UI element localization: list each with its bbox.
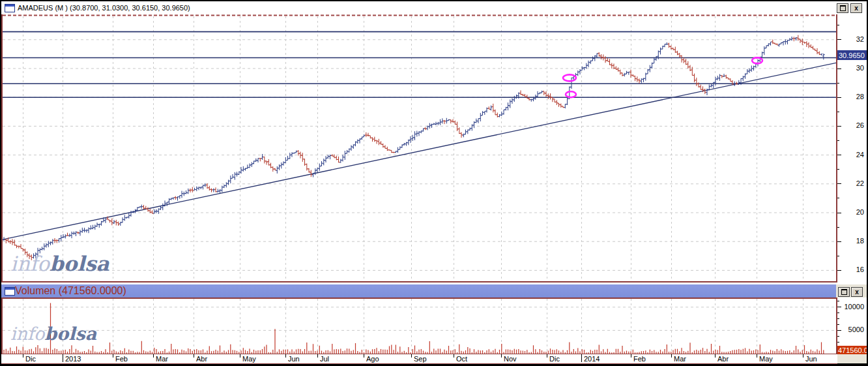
maximize-button[interactable]: [838, 287, 850, 297]
price-axis-minor-tick: [837, 112, 839, 112]
price-axis-label: 32: [856, 35, 864, 43]
price-chart-canvas[interactable]: [3, 14, 836, 281]
volume-panel-title: Volumen (471560.0000): [15, 285, 126, 297]
price-axis-major-tick: [837, 155, 841, 155]
window-icon-bar: [5, 5, 14, 7]
time-axis-month-tick: [285, 354, 286, 358]
time-axis-month-tick: [757, 354, 757, 358]
price-axis-major-tick: [837, 97, 841, 98]
price-axis: 32302826242220181630.9650: [837, 14, 867, 282]
volume-axis-label: 5000: [848, 326, 864, 333]
time-axis-month-tick: [715, 354, 716, 358]
time-axis-label: Jun: [805, 355, 817, 363]
price-axis-major-tick: [837, 69, 841, 69]
time-axis-month-tick: [317, 354, 318, 358]
time-axis-month-tick: [671, 354, 672, 358]
time-axis-year-tick: [581, 354, 582, 362]
volume-axis-label: 10000: [844, 303, 864, 311]
volume-axis-minor-tick: [837, 313, 839, 313]
price-axis-major-tick: [837, 241, 841, 242]
time-axis-label: Ago: [366, 355, 379, 363]
time-axis-month-tick: [153, 354, 154, 358]
price-axis-major-tick: [837, 39, 841, 40]
price-axis-major-tick: [837, 213, 841, 213]
time-axis-month-tick: [364, 354, 364, 358]
volume-axis: 500010000471560.00: [837, 297, 867, 354]
time-axis-label: Nov: [504, 355, 517, 363]
last-price-tag: 30.9650: [837, 50, 867, 60]
volume-axis-minor-tick: [837, 301, 839, 301]
close-icon: x: [854, 5, 858, 12]
price-axis-minor-tick: [837, 25, 839, 25]
close-button[interactable]: x: [850, 3, 862, 13]
time-axis-label: Jul: [320, 355, 329, 363]
price-axis-label: 30: [856, 64, 864, 72]
chart-application-window: AMADEUS (M ) (30.8700, 31.0300, 30.6150,…: [0, 0, 868, 366]
time-axis-label: Dic: [25, 355, 36, 363]
time-axis-label: 2013: [65, 355, 81, 363]
time-axis-label: Abr: [196, 355, 207, 363]
price-axis-minor-tick: [837, 83, 839, 84]
price-axis-minor-tick: [837, 256, 839, 256]
price-axis-label: 28: [856, 93, 864, 100]
time-axis-month-tick: [240, 354, 240, 358]
volume-titlebar-corner: x: [836, 284, 867, 297]
window-icon[interactable]: [5, 287, 15, 296]
last-volume-tag: 471560.00: [837, 346, 867, 354]
window-icon-bar: [5, 288, 14, 290]
time-axis-label: Sep: [414, 355, 427, 363]
time-axis-label: Dic: [549, 355, 560, 363]
maximize-icon: [840, 5, 846, 11]
price-axis-major-tick: [837, 126, 841, 127]
time-axis-month-tick: [411, 354, 412, 358]
price-axis-label: 16: [856, 266, 864, 273]
price-axis-label: 18: [856, 237, 864, 245]
volume-axis-minor-tick: [837, 336, 839, 337]
time-axis-month-tick: [454, 354, 454, 358]
price-axis-label: 24: [856, 151, 864, 159]
time-axis-month-tick: [547, 354, 547, 358]
time-axis-label: Feb: [633, 355, 646, 363]
price-axis-label: 22: [856, 179, 864, 187]
time-axis-month-tick: [194, 354, 194, 358]
volume-axis-minor-tick: [837, 342, 839, 343]
price-axis-minor-tick: [837, 198, 839, 198]
time-axis: Dic2013FebMarAbrMayJunJulAgoSepOctNovDic…: [1, 354, 837, 364]
price-plot-area[interactable]: infobolsa: [1, 14, 837, 282]
time-axis-label: 2014: [584, 355, 600, 363]
time-axis-month-tick: [23, 354, 23, 358]
time-axis-label: Oct: [456, 355, 467, 363]
volume-chart-canvas[interactable]: [3, 299, 836, 354]
price-panel-titlebar[interactable]: AMADEUS (M ) (30.8700, 31.0300, 30.6150,…: [1, 1, 867, 14]
price-axis-minor-tick: [837, 140, 839, 141]
price-axis-major-tick: [837, 183, 841, 184]
time-axis-label: Feb: [115, 355, 128, 363]
time-axis-month-tick: [501, 354, 502, 358]
window-icon[interactable]: [5, 4, 15, 12]
price-axis-major-tick: [837, 270, 841, 271]
time-axis-label: Mar: [156, 355, 168, 363]
price-axis-minor-tick: [837, 227, 839, 228]
time-axis-corner: [837, 354, 867, 363]
maximize-icon: [841, 289, 847, 295]
time-axis-label: May: [759, 355, 773, 363]
price-axis-label: 26: [856, 121, 864, 129]
time-axis-label: May: [242, 355, 256, 363]
volume-axis-minor-tick: [837, 318, 839, 319]
price-axis-minor-tick: [837, 169, 839, 170]
price-panel-title: AMADEUS (M ) (30.8700, 31.0300, 30.6150,…: [18, 4, 190, 12]
time-axis-month-tick: [803, 354, 803, 358]
volume-plot-area[interactable]: infobolsa: [1, 297, 837, 354]
close-icon: x: [855, 289, 859, 296]
time-axis-label: Mar: [674, 355, 686, 363]
volume-axis-major-tick: [837, 330, 841, 331]
price-axis-label: 20: [856, 208, 864, 216]
time-axis-month-tick: [631, 354, 631, 358]
time-axis-year-tick: [63, 354, 63, 362]
volume-panel-titlebar[interactable]: Volumen (471560.0000): [1, 284, 836, 297]
volume-axis-major-tick: [837, 307, 841, 307]
time-axis-label: Jun: [288, 355, 300, 363]
close-button[interactable]: x: [851, 287, 863, 297]
time-axis-label: Abr: [717, 355, 729, 363]
maximize-button[interactable]: [837, 3, 848, 13]
